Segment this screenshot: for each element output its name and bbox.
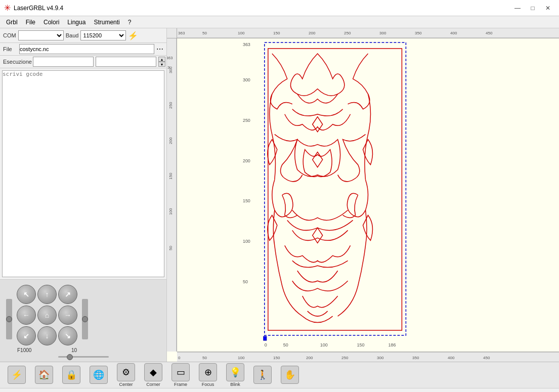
- svg-text:0: 0: [178, 356, 181, 360]
- svg-text:150: 150: [273, 356, 280, 360]
- svg-text:400: 400: [448, 356, 455, 360]
- spin-up-button[interactable]: ▲: [158, 57, 165, 62]
- menu-bar: Grbl File Colori Lingua Strumenti ?: [0, 16, 559, 28]
- tool-blink[interactable]: 💡 Blink: [223, 362, 248, 388]
- globe-icon: 🌐: [90, 366, 108, 384]
- tool-lightning[interactable]: ⚡: [4, 365, 29, 385]
- tool-lock[interactable]: 🔒: [59, 365, 84, 385]
- menu-grbl[interactable]: Grbl: [2, 18, 22, 27]
- baud-select[interactable]: 115200: [80, 30, 126, 40]
- svg-text:100: 100: [238, 356, 245, 360]
- left-panel: COM Baud 115200 ⚡ File ⋯ Esecuzione 1 ▲ …: [0, 28, 167, 362]
- nav-right-button[interactable]: →: [58, 306, 77, 325]
- exec-count[interactable]: 1: [96, 57, 156, 67]
- nav-grid: ↖ ↑ ↗ ← ⌂ → ↙ ↓ ↘: [17, 285, 77, 345]
- exec-row: Esecuzione 1 ▲ ▼ ▶: [0, 56, 166, 68]
- svg-text:300: 300: [379, 31, 386, 35]
- walk-icon: 🚶: [253, 366, 272, 384]
- svg-text:50: 50: [168, 246, 173, 250]
- tool-corner[interactable]: ◆ Corner: [141, 362, 166, 388]
- f-label: F1000: [17, 347, 31, 353]
- svg-text:200: 200: [243, 158, 250, 163]
- com-select[interactable]: [18, 30, 64, 40]
- svg-text:150: 150: [273, 31, 280, 35]
- canvas-area: X: 0,000 Y: 0,000 363 50 100 150 200 250…: [167, 28, 559, 362]
- ruler-corner: [167, 28, 177, 38]
- ruler-left: 363 3 300 250 200 150 100 50: [167, 38, 177, 352]
- svg-text:250: 250: [243, 118, 250, 123]
- svg-text:200: 200: [306, 356, 313, 360]
- svg-text:400: 400: [450, 31, 457, 35]
- tool-frame-label: Frame: [174, 382, 187, 387]
- nav-downright-button[interactable]: ↘: [58, 326, 77, 345]
- title-bar: ✳ LaserGRBL v4.9.4 — □ ✕: [0, 0, 559, 16]
- right-slider[interactable]: [82, 299, 88, 339]
- svg-text:50: 50: [202, 31, 207, 35]
- tool-focus-label: Focus: [202, 382, 214, 387]
- minimize-button[interactable]: —: [510, 3, 525, 14]
- svg-text:100: 100: [168, 208, 173, 215]
- exec-input[interactable]: [33, 57, 94, 67]
- focus-icon: ⊕: [199, 363, 217, 381]
- tool-frame[interactable]: ▭ Frame: [168, 362, 193, 388]
- spin-down-button[interactable]: ▼: [158, 62, 165, 67]
- menu-file[interactable]: File: [22, 18, 39, 27]
- gcode-input[interactable]: [2, 70, 164, 277]
- tool-home[interactable]: 🏠: [31, 365, 57, 385]
- connect-button[interactable]: ⚡: [128, 31, 138, 40]
- nav-upleft-button[interactable]: ↖: [17, 285, 36, 304]
- tool-center[interactable]: ⚙ Center: [113, 362, 139, 388]
- svg-text:450: 450: [483, 356, 490, 360]
- nav-home-button[interactable]: ⌂: [37, 306, 57, 325]
- tool-focus[interactable]: ⊕ Focus: [195, 362, 221, 388]
- svg-text:300: 300: [377, 356, 384, 360]
- svg-text:50: 50: [202, 356, 207, 360]
- file-input[interactable]: [19, 44, 154, 54]
- nav-upright-button[interactable]: ↗: [58, 285, 77, 304]
- file-row: File ⋯: [0, 43, 166, 56]
- n-label: 10: [71, 347, 77, 353]
- tool-blink-label: Blink: [230, 382, 240, 387]
- svg-text:450: 450: [486, 31, 493, 35]
- main-layout: COM Baud 115200 ⚡ File ⋯ Esecuzione 1 ▲ …: [0, 28, 559, 362]
- tool-walk[interactable]: 🚶: [250, 365, 275, 385]
- svg-text:350: 350: [412, 356, 419, 360]
- drawing-canvas[interactable]: 363 300 250 200 150 100 50 0 50 100 150 …: [177, 38, 559, 352]
- baud-label: Baud: [66, 32, 79, 38]
- status-bar: Linee 1882 Buffer ◻ Tempo Stimato: 12 mi…: [0, 388, 559, 392]
- close-button[interactable]: ✕: [541, 3, 555, 14]
- maximize-button[interactable]: □: [526, 3, 540, 14]
- nav-left-button[interactable]: ←: [17, 306, 36, 325]
- app-icon: ✳: [4, 3, 11, 13]
- svg-text:350: 350: [415, 31, 422, 35]
- lock-icon: 🔒: [62, 366, 80, 384]
- home-icon: 🏠: [35, 366, 53, 384]
- menu-colori[interactable]: Colori: [39, 18, 63, 27]
- nav-down-button[interactable]: ↓: [37, 326, 57, 345]
- com-label: COM: [3, 32, 16, 38]
- tool-center-label: Center: [119, 382, 133, 387]
- menu-strumenti[interactable]: Strumenti: [90, 18, 123, 27]
- tool-globe[interactable]: 🌐: [86, 365, 111, 385]
- bottom-slider[interactable]: [58, 356, 109, 358]
- corner-icon: ◆: [144, 363, 162, 381]
- tool-hand[interactable]: ✋: [277, 365, 303, 385]
- nav-downleft-button[interactable]: ↙: [17, 326, 36, 345]
- svg-text:363: 363: [243, 42, 250, 47]
- app-title: LaserGRBL v4.9.4: [14, 5, 510, 12]
- svg-text:186: 186: [388, 342, 396, 347]
- center-icon: ⚙: [117, 363, 135, 381]
- tool-corner-label: Corner: [146, 382, 160, 387]
- svg-text:0: 0: [265, 342, 267, 347]
- exec-label: Esecuzione: [3, 59, 31, 65]
- menu-help[interactable]: ?: [124, 18, 136, 27]
- nav-up-button[interactable]: ↑: [37, 285, 57, 304]
- file-label: File: [3, 46, 17, 52]
- file-browse-button[interactable]: ⋯: [156, 45, 163, 53]
- menu-lingua[interactable]: Lingua: [63, 18, 90, 27]
- left-slider[interactable]: [6, 299, 12, 339]
- com-baud-row: COM Baud 115200 ⚡: [0, 28, 166, 43]
- svg-text:200: 200: [168, 137, 173, 144]
- svg-text:150: 150: [243, 198, 250, 203]
- svg-text:363: 363: [178, 31, 185, 35]
